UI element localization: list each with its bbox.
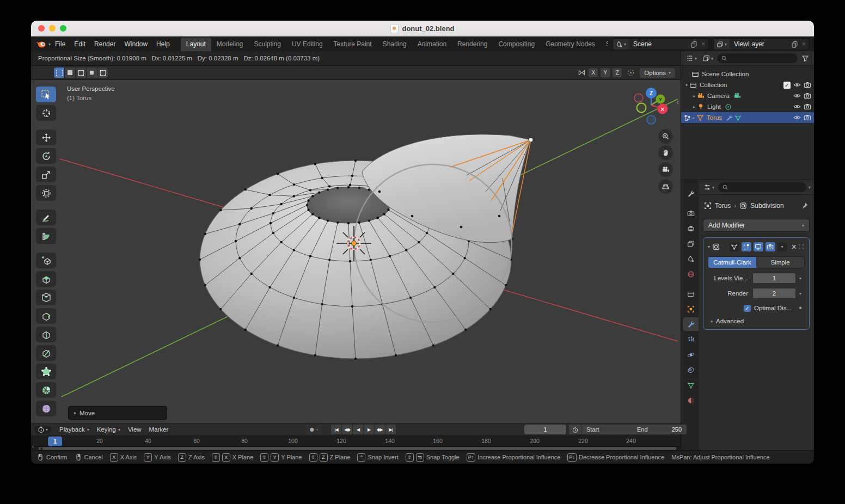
blender-logo-icon[interactable] [35, 39, 46, 49]
properties-search-input[interactable] [718, 182, 806, 192]
tab-particles[interactable] [683, 333, 699, 346]
outliner-row-light[interactable]: ▸ Light [681, 101, 814, 112]
frame-end-field[interactable]: End250 [632, 425, 687, 434]
outliner-row-scene-collection[interactable]: Scene Collection [681, 69, 814, 79]
add-cube-tool[interactable] [36, 253, 56, 268]
menu-edit[interactable]: Edit [70, 39, 90, 50]
tab-constraints[interactable] [683, 363, 699, 377]
scene-unlink-button[interactable]: × [700, 40, 708, 48]
filter-icon[interactable] [800, 54, 811, 63]
loop-cut-tool[interactable] [36, 327, 56, 342]
workspace-tab-modeling[interactable]: Modeling [211, 38, 249, 51]
mesh-data-icon[interactable] [734, 114, 742, 121]
workspace-tab-texture-paint[interactable]: Texture Paint [328, 38, 377, 51]
knife-tool[interactable] [36, 345, 56, 361]
animate-dot-icon[interactable]: • [796, 275, 805, 281]
tab-modifiers[interactable] [683, 317, 699, 331]
use-preview-range-button[interactable] [569, 425, 581, 434]
disable-render-icon[interactable] [804, 103, 811, 110]
previous-keyframe-button[interactable]: ◀◆ [342, 425, 352, 434]
delete-modifier-button[interactable]: × [792, 242, 797, 252]
show-edit-mode-toggle[interactable] [730, 242, 739, 251]
workspace-tab-sculpting[interactable]: Sculpting [249, 38, 286, 51]
viewport-pan-button[interactable] [658, 145, 673, 160]
mirror-y-button[interactable]: Y [601, 68, 610, 77]
scale-tool[interactable] [36, 167, 56, 182]
play-reverse-button[interactable]: ◀ [353, 425, 363, 434]
menu-help[interactable]: Help [152, 39, 174, 50]
cursor-tool[interactable] [36, 105, 56, 121]
outliner-editor-type-button[interactable]: ▾ [684, 54, 699, 63]
view-layer-name-field[interactable]: ViewLayer [730, 40, 788, 48]
animate-dot-icon[interactable]: • [796, 303, 805, 313]
drag-handle-icon[interactable]: ∷ [799, 242, 805, 252]
menu-file[interactable]: File [51, 39, 70, 50]
workspace-tab-layout[interactable]: Layout [181, 38, 211, 51]
timeline-editor-type-button[interactable]: ▾ [34, 426, 51, 434]
view-layer-remove-button[interactable]: × [801, 40, 809, 48]
show-on-cage-toggle[interactable] [742, 242, 751, 251]
jump-to-start-button[interactable]: |◀ [331, 425, 341, 434]
close-window-button[interactable] [38, 25, 45, 32]
select-mode-invert-button[interactable] [87, 67, 97, 78]
mirror-icon[interactable] [578, 69, 586, 77]
outliner-row-collection[interactable]: ▾ Collection ✓ [681, 79, 814, 90]
jump-to-end-button[interactable]: ▶| [385, 425, 396, 434]
select-mode-extend-button[interactable] [65, 67, 75, 78]
catmull-clark-button[interactable]: Catmull-Clark [708, 257, 756, 268]
next-keyframe-button[interactable]: ◆▶ [375, 425, 385, 434]
expand-icon[interactable]: ▸ [691, 105, 697, 109]
select-mode-intersect-button[interactable] [97, 67, 108, 78]
playhead[interactable]: 1 [48, 437, 62, 446]
breadcrumb-object[interactable]: Torus [715, 202, 731, 210]
annotate-tool[interactable] [36, 210, 56, 225]
timeline-menu-keying[interactable]: Keying▾ [93, 426, 124, 433]
modifier-extras-button[interactable]: ▾ [777, 242, 787, 251]
collection-checkbox[interactable]: ✓ [783, 82, 791, 89]
animate-dot-icon[interactable]: • [796, 290, 805, 297]
mirror-x-button[interactable]: X [589, 68, 598, 77]
timeline-ruler[interactable]: 1 20 40 60 80 100 120 140 160 180 200 22… [31, 436, 681, 447]
breadcrumb-modifier[interactable]: Subdivision [750, 202, 783, 210]
levels-viewport-field[interactable]: 1 [752, 273, 796, 284]
bevel-tool[interactable] [36, 308, 56, 324]
disable-render-icon[interactable] [804, 114, 811, 121]
current-frame-field[interactable]: 1 [524, 425, 566, 434]
transform-tool[interactable] [36, 185, 56, 201]
scene-browse-button[interactable]: ▾ [613, 39, 629, 50]
tab-scene[interactable] [683, 252, 699, 266]
expand-icon[interactable]: ▸ [691, 94, 697, 99]
selected-vertex[interactable] [529, 138, 533, 142]
workspace-tab-uv-editing[interactable]: UV Editing [286, 38, 328, 51]
hide-eye-icon[interactable] [793, 114, 801, 121]
timeline-menu-view[interactable]: View [124, 426, 145, 433]
properties-editor-type-button[interactable]: ▾ [702, 183, 716, 192]
tab-world[interactable] [683, 267, 699, 281]
scene-name-field[interactable]: Scene [629, 40, 688, 48]
viewport-orthographic-button[interactable] [658, 179, 673, 194]
advanced-section[interactable]: ▸ Advanced [708, 317, 805, 324]
expand-icon[interactable]: ▾ [708, 244, 710, 249]
tab-view-layer[interactable] [683, 237, 699, 250]
outliner-display-mode-button[interactable]: ▾ [701, 54, 715, 63]
viewport-zoom-button[interactable] [658, 129, 673, 144]
zoom-window-button[interactable] [60, 25, 66, 32]
extrude-region-tool[interactable] [36, 271, 56, 287]
expand-icon[interactable]: ▾ [684, 83, 689, 88]
move-tool[interactable] [36, 130, 56, 145]
tab-tool[interactable] [683, 187, 699, 200]
select-mode-subtract-button[interactable] [76, 67, 86, 78]
workspace-tab-rendering[interactable]: Rendering [452, 38, 493, 51]
options-button[interactable]: Options▾ [640, 68, 675, 78]
select-mode-new-button[interactable] [54, 67, 64, 78]
menu-render[interactable]: Render [90, 39, 120, 50]
tab-object-data[interactable] [683, 378, 699, 392]
timeline-menu-playback[interactable]: Playback▾ [56, 426, 93, 433]
show-realtime-toggle[interactable] [754, 242, 763, 251]
smooth-tool[interactable] [36, 401, 56, 416]
minimize-window-button[interactable] [49, 25, 56, 32]
scroll-left-icon[interactable]: ‹ [32, 444, 34, 450]
menu-window[interactable]: Window [120, 39, 152, 50]
gizmo-x-negative[interactable] [634, 94, 643, 102]
add-modifier-button[interactable]: Add Modifier ▾ [703, 219, 810, 232]
